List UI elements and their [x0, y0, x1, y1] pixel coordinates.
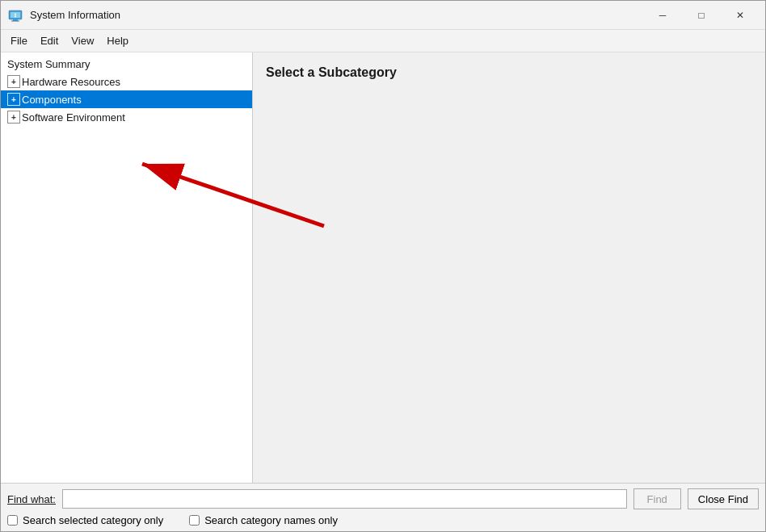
tree-label-software-environment: Software Environment: [22, 111, 125, 124]
expand-components[interactable]: +: [7, 93, 20, 106]
search-category-names-text: Search category names only: [204, 514, 338, 526]
search-category-names-checkbox[interactable]: [189, 515, 200, 526]
tree-item-hardware-resources[interactable]: + Hardware Resources: [1, 73, 252, 90]
find-input[interactable]: [62, 489, 627, 509]
bottom-bar: Find what: Find Close Find Search select…: [1, 483, 765, 531]
search-category-names-label[interactable]: Search category names only: [189, 514, 338, 526]
menu-view[interactable]: View: [65, 31, 100, 50]
tree-label-system-summary: System Summary: [7, 58, 90, 70]
tree-label-hardware-resources: Hardware Resources: [22, 76, 120, 88]
search-selected-checkbox[interactable]: [7, 515, 18, 526]
checkbox-row: Search selected category only Search cat…: [7, 514, 759, 526]
menu-bar: File Edit View Help: [1, 30, 765, 52]
main-window: System Information ─ □ ✕ File Edit View …: [0, 0, 766, 532]
tree-label-components: Components: [22, 94, 82, 106]
svg-point-4: [15, 13, 16, 15]
minimize-button[interactable]: ─: [644, 2, 681, 28]
search-selected-text: Search selected category only: [23, 514, 163, 526]
search-selected-label[interactable]: Search selected category only: [7, 514, 163, 526]
title-bar: System Information ─ □ ✕: [1, 1, 765, 30]
close-find-button[interactable]: Close Find: [688, 488, 759, 509]
svg-rect-3: [11, 20, 19, 21]
tree-item-components[interactable]: + Components: [1, 90, 252, 108]
window-title: System Information: [30, 9, 644, 21]
find-label: Find what:: [7, 493, 56, 505]
find-button[interactable]: Find: [633, 488, 681, 509]
expand-software-environment[interactable]: +: [7, 111, 20, 124]
menu-file[interactable]: File: [4, 31, 34, 50]
find-row: Find what: Find Close Find: [7, 488, 759, 509]
svg-rect-5: [15, 15, 15, 18]
menu-edit[interactable]: Edit: [34, 31, 65, 50]
tree-panel: System Summary + Hardware Resources + Co…: [1, 52, 253, 483]
menu-help[interactable]: Help: [100, 31, 135, 50]
tree-item-system-summary[interactable]: System Summary: [1, 56, 252, 73]
main-content: System Summary + Hardware Resources + Co…: [1, 52, 765, 483]
close-button[interactable]: ✕: [722, 2, 759, 28]
subcategory-heading: Select a Subcategory: [266, 65, 752, 80]
right-panel: Select a Subcategory: [253, 52, 765, 483]
window-controls: ─ □ ✕: [644, 2, 759, 28]
expand-hardware-resources[interactable]: +: [7, 75, 20, 88]
tree-item-software-environment[interactable]: + Software Environment: [1, 108, 252, 126]
maximize-button[interactable]: □: [683, 2, 720, 28]
app-icon: [7, 7, 23, 23]
